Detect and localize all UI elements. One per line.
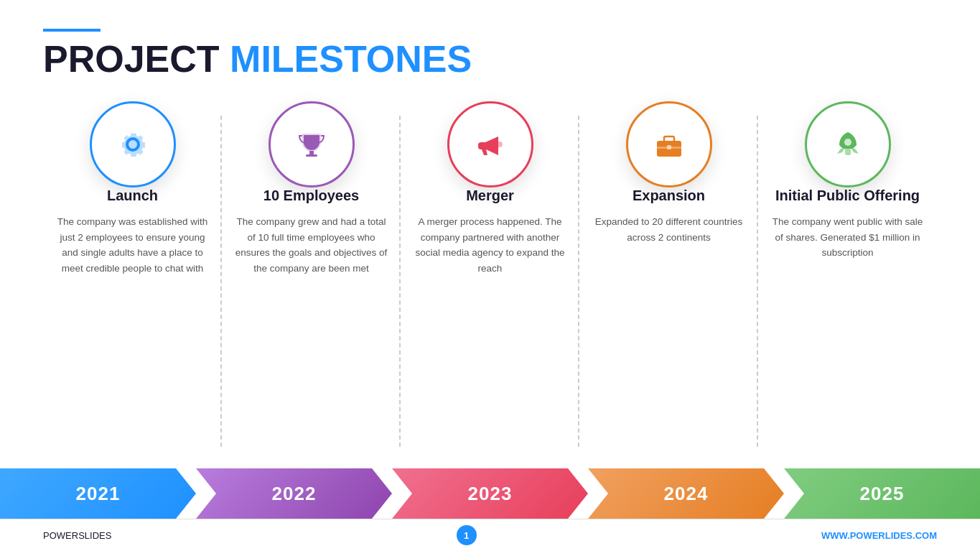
arrow-2024: 2024	[588, 468, 784, 519]
trophy-icon	[294, 126, 330, 162]
year-2025: 2025	[860, 483, 905, 505]
megaphone-icon	[472, 126, 508, 162]
gear-icon	[115, 126, 151, 162]
arrow-2022: 2022	[196, 468, 392, 519]
rocket-icon	[830, 126, 866, 162]
header: PROJECT MILESTONES	[43, 29, 937, 80]
page-title: PROJECT MILESTONES	[43, 39, 937, 80]
timeline: 2021 2022 2023 2024 2025	[0, 468, 980, 519]
milestone-text-launch: The company was established with just 2 …	[54, 214, 211, 276]
milestone-text-merger: A merger process happened. The company p…	[411, 214, 569, 276]
title-blue: MILESTONES	[230, 38, 472, 80]
year-2023: 2023	[468, 483, 513, 505]
milestone-text-ipo: The company went public with sale of sha…	[769, 214, 926, 261]
milestone-title-expansion: Expansion	[633, 187, 705, 204]
arrow-2021: 2021	[0, 468, 196, 519]
milestone-title-merger: Merger	[466, 187, 514, 204]
footer-page-number: 1	[457, 525, 477, 545]
slide: PROJECT MILESTONES Launch The company wa…	[0, 0, 980, 551]
svg-rect-1	[306, 154, 317, 157]
icon-ring-expansion	[626, 101, 712, 187]
svg-point-6	[844, 139, 851, 146]
arrow-2025: 2025	[784, 468, 980, 519]
footer: POWERSLIDES 1 WWW.POWERLIDES.COM	[0, 519, 980, 551]
svg-point-2	[497, 142, 503, 147]
milestones-row: Launch The company was established with …	[43, 101, 937, 461]
milestone-title-ipo: Initial Public Offering	[775, 187, 920, 204]
milestone-expansion: Expansion Expanded to 20 different count…	[579, 101, 758, 461]
title-black: PROJECT	[43, 38, 230, 80]
year-2022: 2022	[272, 483, 317, 505]
year-2024: 2024	[664, 483, 709, 505]
icon-ring-employees	[269, 101, 355, 187]
milestone-launch: Launch The company was established with …	[43, 101, 222, 461]
footer-website: WWW.POWERLIDES.COM	[821, 530, 937, 541]
brand-light: SLIDES	[78, 530, 111, 541]
milestone-merger: Merger A merger process happened. The co…	[401, 101, 579, 461]
icon-ring-launch	[90, 101, 176, 187]
year-2021: 2021	[76, 483, 121, 505]
milestone-title-employees: 10 Employees	[263, 187, 359, 204]
icon-ring-merger	[447, 101, 533, 187]
brand-bold: POWER	[43, 530, 78, 541]
arrow-2023: 2023	[392, 468, 588, 519]
milestone-ipo: Initial Public Offering The company went…	[758, 101, 937, 461]
milestone-text-employees: The company grew and had a total of 10 f…	[233, 214, 390, 276]
milestone-text-expansion: Expanded to 20 different countries acros…	[590, 214, 747, 245]
milestone-title-launch: Launch	[107, 187, 158, 204]
svg-rect-7	[845, 148, 851, 155]
svg-rect-5	[667, 145, 671, 149]
icon-ring-ipo	[805, 101, 891, 187]
briefcase-icon	[651, 126, 687, 162]
milestone-employees: 10 Employees The company grew and had a …	[222, 101, 401, 461]
footer-brand: POWERSLIDES	[43, 530, 111, 541]
header-line	[43, 29, 101, 32]
